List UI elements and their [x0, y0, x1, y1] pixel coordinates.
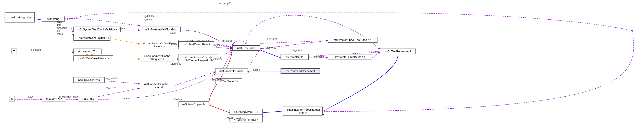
node-noncopyable: ns3::NonCopyable	[179, 101, 209, 107]
node-systemwallclockms-private: ns3::SystemWallClockMsPrivate	[73, 27, 121, 32]
label-cond: cond	[57, 20, 62, 23]
svg-line-15	[247, 49, 260, 69]
label-m-name: m_name	[143, 18, 153, 21]
label-m-tempdir: m_tempDir	[219, 2, 232, 5]
label-elements-5: elements	[314, 55, 325, 58]
svg-line-17	[260, 50, 281, 58]
node-basic-string: std::basic_string< char >	[5, 12, 35, 22]
label-limit: limit	[57, 24, 61, 26]
node-testcase-failure-ptr: < ns3::TestCaseFailure >	[73, 55, 113, 61]
label-m-result: m_result	[213, 44, 223, 47]
label-m-suites: m_suites	[368, 50, 378, 53]
diagram-container: std::basic_string< char > std::string ns…	[0, 0, 644, 138]
node-testrunnerimpl: ns3::TestRunnerImpl	[380, 49, 416, 54]
label-m-lifetime: m_lifetime	[171, 98, 183, 101]
svg-line-23	[263, 111, 283, 113]
label-elements-2: elements	[266, 46, 276, 49]
node-K: K	[9, 96, 15, 101]
label-cache: _cache	[252, 68, 260, 71]
node-vector-testcase-ptr: std::vector< ns3::TestCase * >	[328, 37, 377, 43]
svg-line-22	[209, 105, 230, 113]
node-aodv-idcache-uniqueid: < ns3::aodv::IdCache::UniqueId >	[140, 53, 174, 62]
label-m-priv: m_priv	[118, 27, 125, 30]
label-m-datadir: m_dataDir	[143, 15, 155, 18]
arrows-svg	[0, 0, 644, 138]
node-aodv-idcache: ns3::aodv::IdCache	[216, 68, 247, 74]
label-message: message	[57, 27, 67, 29]
node-vector-T: std::vector< T >	[73, 49, 102, 54]
label-m-children: m_children	[266, 37, 278, 40]
label-elements-3: elements	[31, 48, 42, 51]
label-testrunnerimpl-ptr: < TestRunnerImpl >	[225, 117, 247, 120]
node-T: T	[11, 49, 17, 54]
label-failure: failure	[170, 42, 177, 45]
node-aodv-idcachetest: ns3::aodv::IdCacheTest	[281, 68, 320, 74]
svg-line-18	[372, 52, 380, 58]
label-m-parent: m_parent	[222, 39, 233, 42]
node-testcase: ns3::TestCase	[232, 45, 260, 51]
node-time: ns3::Time	[78, 96, 98, 101]
node-testcase-result: ns3::TestCase::Result	[179, 41, 214, 47]
label-m-expire: m_expire	[106, 86, 117, 89]
label-m-runner: m_runner	[293, 49, 304, 52]
svg-line-12	[98, 88, 140, 97]
label-keys: keys	[28, 96, 33, 98]
svg-line-0	[35, 19, 42, 20]
node-vector-testsuite: std::vector< TestSuite * >	[328, 54, 372, 60]
label-m-context: m_context	[106, 77, 118, 80]
node-singleton-T: ns3::Singleton< T >	[230, 109, 263, 115]
label-g-markingtimes: g_markingTimes	[59, 96, 78, 98]
svg-line-11	[104, 81, 140, 84]
svg-line-20	[260, 41, 328, 43]
node-aodv-idcache-uniqueid2: ns3::aodv::IdCache::UniqueId	[140, 81, 173, 90]
label-m-idcache: m_idCache	[210, 58, 223, 61]
label-clock: clock	[170, 32, 176, 34]
label-testsuite-ptr: < TestSuite * >	[210, 78, 226, 81]
node-ipv4address: ns3::Ipv4Address	[73, 77, 105, 83]
svg-line-2	[110, 39, 140, 44]
node-testsuite: ns3::TestSuite	[281, 54, 309, 60]
label-actual: actual	[57, 33, 64, 36]
node-singleton-testrunnerimpl: ns3::Singleton< TestRunnerImpl >	[283, 107, 323, 116]
label-elements-1: elements	[100, 37, 110, 40]
label-testcase-ptr: < ns3::TestCase * >	[187, 39, 209, 42]
node-systemwallclockms: ns3::SystemWallClockMs	[140, 27, 181, 32]
label-elements-4: elements	[171, 62, 181, 65]
svg-line-13	[173, 72, 216, 86]
label-file: file	[57, 30, 60, 32]
